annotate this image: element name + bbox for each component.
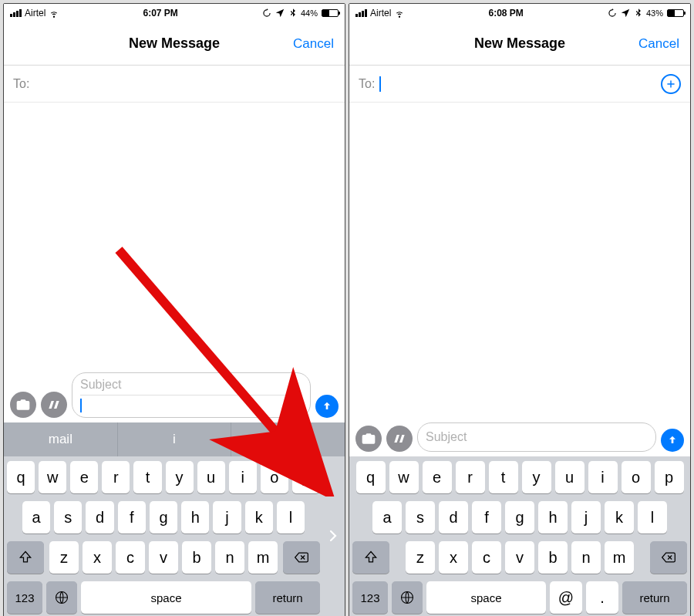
globe-key[interactable] <box>392 581 423 614</box>
battery-icon <box>322 9 339 17</box>
key-t[interactable]: t <box>133 461 161 493</box>
key-r[interactable]: r <box>456 461 485 493</box>
battery-icon <box>667 9 684 17</box>
key-d[interactable]: d <box>439 501 468 534</box>
keyboard: q w e r t y u i o p a s d f g h j k l <box>349 456 690 616</box>
delete-key[interactable] <box>650 541 687 574</box>
key-w[interactable]: w <box>39 461 66 493</box>
orientation-lock-icon <box>607 8 618 19</box>
space-key[interactable]: space <box>426 581 546 614</box>
key-y[interactable]: y <box>166 461 194 493</box>
key-l[interactable]: l <box>638 501 667 534</box>
key-h[interactable]: h <box>181 501 209 534</box>
key-s[interactable]: s <box>406 501 435 534</box>
add-contact-button[interactable] <box>661 74 681 94</box>
key-p[interactable]: p <box>292 461 320 493</box>
location-icon <box>275 8 285 19</box>
key-j[interactable]: j <box>571 501 601 534</box>
keyboard: q w e r t y u i o p a s d f g h j k l <box>4 456 345 616</box>
key-v[interactable]: v <box>149 541 178 574</box>
phone-right: Airtel 6:08 PM 43% New Message Cancel To… <box>349 3 691 616</box>
key-b[interactable]: b <box>182 541 211 574</box>
globe-key[interactable] <box>46 581 77 614</box>
at-key[interactable]: @ <box>550 581 582 614</box>
key-b[interactable]: b <box>538 541 568 574</box>
key-c[interactable]: c <box>472 541 501 574</box>
key-z[interactable]: z <box>49 541 79 574</box>
dot-key[interactable]: . <box>586 581 618 614</box>
key-n[interactable]: n <box>571 541 601 574</box>
key-m[interactable]: m <box>605 541 634 574</box>
to-field[interactable]: To: <box>349 66 690 103</box>
text-cursor <box>80 399 82 412</box>
status-bar: Airtel 6:08 PM 43% <box>349 4 690 22</box>
key-x[interactable]: x <box>439 541 468 574</box>
key-u[interactable]: u <box>555 461 585 493</box>
key-e[interactable]: e <box>423 461 452 493</box>
apps-button[interactable] <box>386 426 413 452</box>
key-n[interactable]: n <box>215 541 244 574</box>
shift-key[interactable] <box>7 541 44 574</box>
return-key[interactable]: return <box>622 581 687 614</box>
key-v[interactable]: v <box>505 541 534 574</box>
cancel-button[interactable]: Cancel <box>638 36 679 52</box>
key-m[interactable]: m <box>248 541 278 574</box>
apps-button[interactable] <box>41 392 67 418</box>
numbers-key[interactable]: 123 <box>7 581 42 614</box>
message-body: Subject <box>4 103 345 422</box>
space-key[interactable]: space <box>81 581 251 614</box>
key-w[interactable]: w <box>389 461 419 493</box>
to-field[interactable]: To: <box>4 66 345 103</box>
key-t[interactable]: t <box>489 461 518 493</box>
return-key[interactable]: return <box>255 581 320 614</box>
key-e[interactable]: e <box>70 461 98 493</box>
shift-key[interactable] <box>352 541 389 574</box>
nav-header: New Message Cancel <box>4 22 345 66</box>
key-a[interactable]: a <box>22 501 50 534</box>
key-i[interactable]: i <box>588 461 618 493</box>
key-l[interactable]: l <box>277 501 305 534</box>
cancel-button[interactable]: Cancel <box>293 36 334 52</box>
key-k[interactable]: k <box>245 501 273 534</box>
key-f[interactable]: f <box>118 501 146 534</box>
key-d[interactable]: d <box>86 501 113 534</box>
compose-space[interactable] <box>4 103 345 368</box>
to-label: To: <box>13 77 29 91</box>
key-o[interactable]: o <box>622 461 651 493</box>
suggestion[interactable]: go <box>231 422 345 456</box>
key-j[interactable]: j <box>213 501 241 534</box>
delete-key[interactable] <box>283 541 320 574</box>
keyboard-expand-chevron-icon[interactable] <box>326 527 340 548</box>
key-p[interactable]: p <box>655 461 684 493</box>
key-s[interactable]: s <box>54 501 82 534</box>
key-y[interactable]: y <box>522 461 551 493</box>
key-i[interactable]: i <box>229 461 257 493</box>
key-x[interactable]: x <box>83 541 112 574</box>
subject-placeholder: Subject <box>80 378 302 392</box>
numbers-key[interactable]: 123 <box>352 581 388 614</box>
key-h[interactable]: h <box>538 501 568 534</box>
subject-input-box[interactable]: Subject <box>417 422 656 452</box>
key-q[interactable]: q <box>7 461 35 493</box>
key-r[interactable]: r <box>102 461 130 493</box>
subject-input-box[interactable]: Subject <box>72 372 311 418</box>
suggestion[interactable]: mail <box>4 422 118 456</box>
key-q[interactable]: q <box>356 461 386 493</box>
key-u[interactable]: u <box>197 461 225 493</box>
bluetooth-icon <box>633 8 644 19</box>
camera-button[interactable] <box>355 426 382 452</box>
key-c[interactable]: c <box>116 541 145 574</box>
key-o[interactable]: o <box>261 461 288 493</box>
send-button[interactable] <box>315 395 339 418</box>
key-g[interactable]: g <box>150 501 177 534</box>
key-f[interactable]: f <box>472 501 501 534</box>
compose-space[interactable] <box>349 103 690 418</box>
key-k[interactable]: k <box>605 501 634 534</box>
kb-row-1: q w e r t y u i o p <box>352 461 687 493</box>
camera-button[interactable] <box>10 392 36 418</box>
key-z[interactable]: z <box>406 541 435 574</box>
key-a[interactable]: a <box>372 501 402 534</box>
send-button[interactable] <box>661 429 684 452</box>
key-g[interactable]: g <box>505 501 534 534</box>
suggestion[interactable]: i <box>118 422 232 456</box>
